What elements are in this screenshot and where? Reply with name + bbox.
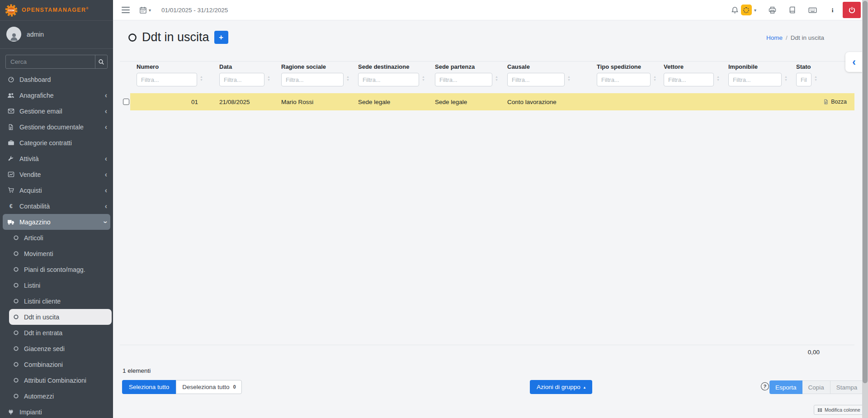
row-checkbox[interactable] <box>123 99 129 105</box>
table-row[interactable]: 01 21/08/2025 Mario Rossi Sede legale Se… <box>120 93 854 110</box>
cart-icon <box>8 187 14 194</box>
sort-up-icon: ▲ <box>422 75 425 78</box>
sidebar-item-gestione-email[interactable]: Gestione email‹ <box>0 103 113 119</box>
group-actions-button[interactable]: Azioni di gruppo▴ <box>530 380 592 394</box>
sort-control[interactable]: ▲▼ <box>814 75 817 81</box>
sidebar-item-magazzino[interactable]: Magazzino‹ <box>3 214 110 230</box>
sidebar-subitem-listini[interactable]: Listini <box>0 277 113 293</box>
add-record-button[interactable]: + <box>214 31 228 44</box>
sidebar-item-acquisti[interactable]: Acquisti‹ <box>0 182 113 198</box>
chevron-left-icon: ‹ <box>105 155 107 162</box>
column-header-vettore[interactable]: Vettore <box>664 63 722 71</box>
sidebar-subitem-ddt-in-uscita[interactable]: Ddt in uscita <box>9 309 112 325</box>
topbar-actions: ▾ <box>731 2 861 18</box>
filter-input-tipo-spedizione[interactable] <box>597 73 651 86</box>
cell-data: 21/08/2025 <box>213 93 275 110</box>
sidebar-subitem-automezzi[interactable]: Automezzi <box>0 388 113 404</box>
sidebar-item-anagrafiche[interactable]: Anagrafiche‹ <box>0 87 113 103</box>
print-table-button[interactable]: Stampa <box>830 380 864 394</box>
logout-button[interactable] <box>843 2 861 18</box>
filter-input-imponibile[interactable] <box>728 73 782 86</box>
notifications-button[interactable] <box>731 6 739 14</box>
column-header-imponibile[interactable]: Imponibile <box>728 63 790 71</box>
sidebar-item-impianti[interactable]: Impianti <box>0 404 113 418</box>
sort-control[interactable]: ▲▼ <box>784 75 788 81</box>
sidebar-subitem-giacenze-sedi[interactable]: Giacenze sedi <box>0 341 113 356</box>
person-icon <box>9 32 19 42</box>
filter-input-data[interactable] <box>219 73 264 86</box>
info-icon <box>829 7 836 14</box>
column-header-numero[interactable]: Numero <box>137 63 213 71</box>
column-header-ragione-sociale[interactable]: Ragione sociale <box>281 63 352 71</box>
filter-input-sede-partenza[interactable] <box>435 73 492 86</box>
sidebar-subitem-combinazioni[interactable]: Combinazioni <box>0 356 113 372</box>
breadcrumb: Home/Ddt in uscita <box>766 34 824 41</box>
filter-input-causale[interactable] <box>507 73 565 86</box>
sidebar: OSM OpenSTAManager® admin Dashboard Anag… <box>0 0 113 418</box>
docs-button[interactable] <box>788 6 796 14</box>
date-range-label[interactable]: 01/01/2025 - 31/12/2025 <box>161 7 228 14</box>
sidebar-item-dashboard[interactable]: Dashboard <box>0 71 113 87</box>
filter-input-stato[interactable] <box>796 73 811 86</box>
side-panel-toggle[interactable]: ‹ <box>845 52 863 72</box>
chevron-left-icon: ‹ <box>105 124 107 131</box>
select-all-button[interactable]: Seleziona tutto <box>122 380 176 394</box>
copy-button[interactable]: Copia <box>802 380 830 394</box>
sort-control[interactable]: ▲▼ <box>495 75 498 81</box>
breadcrumb-home-link[interactable]: Home <box>766 34 783 41</box>
widget-dropdown[interactable] <box>741 5 752 15</box>
sort-up-icon: ▲ <box>200 75 203 78</box>
column-header-sede-destinazione[interactable]: Sede destinazione <box>358 63 429 71</box>
circle-icon <box>13 330 19 336</box>
edit-columns-button[interactable]: Modifica colonne <box>814 405 864 415</box>
breadcrumb-current: Ddt in uscita <box>791 34 824 41</box>
user-panel[interactable]: admin <box>0 21 113 49</box>
sort-control[interactable]: ▲▼ <box>422 75 425 81</box>
sort-control[interactable]: ▲▼ <box>346 75 349 81</box>
sidebar-subitem-piani-di-sconto[interactable]: Piani di sconto/magg. <box>0 261 113 277</box>
calendar-dropdown[interactable]: ▾ <box>139 6 151 14</box>
deselect-all-button[interactable]: Deseleziona tutto0 <box>176 380 242 394</box>
briefcase-icon <box>8 139 14 146</box>
sidebar-subitem-listini-cliente[interactable]: Listini cliente <box>0 293 113 309</box>
hamburger-menu-icon[interactable] <box>122 7 130 13</box>
sort-control[interactable]: ▲▼ <box>653 75 656 81</box>
export-button[interactable]: Esporta <box>769 380 802 394</box>
sidebar-subitem-movimenti[interactable]: Movimenti <box>0 246 113 261</box>
sidebar-subitem-attributi-combinazioni[interactable]: Attributi Combinazioni <box>0 372 113 388</box>
filter-input-ragione-sociale[interactable] <box>281 73 344 86</box>
sidebar-subitem-articoli[interactable]: Articoli <box>0 230 113 246</box>
search-input[interactable] <box>6 55 95 68</box>
print-button[interactable] <box>769 6 776 14</box>
sidebar-subitem-ddt-in-entrata[interactable]: Ddt in entrata <box>0 325 113 341</box>
circle-icon <box>13 346 19 352</box>
column-header-tipo-spedizione[interactable]: Tipo spedizione <box>597 63 657 71</box>
sort-control[interactable]: ▲▼ <box>200 75 203 81</box>
sort-control[interactable]: ▲▼ <box>567 75 571 81</box>
filter-input-vettore[interactable] <box>664 73 714 86</box>
sidebar-item-gestione-documentale[interactable]: Gestione documentale‹ <box>0 119 113 135</box>
shortcuts-button[interactable] <box>808 6 817 14</box>
sidebar-item-vendite[interactable]: Vendite‹ <box>0 166 113 182</box>
sidebar-item-contabilita[interactable]: Contabilità‹ <box>0 198 113 214</box>
sort-control[interactable]: ▲▼ <box>267 75 270 81</box>
sidebar-item-attivita[interactable]: Attività‹ <box>0 151 113 166</box>
caret-down-icon: ▾ <box>754 8 756 13</box>
keyboard-icon <box>808 6 817 14</box>
info-button[interactable] <box>829 7 836 14</box>
column-header-causale[interactable]: Causale <box>507 63 590 71</box>
cell-imponibile <box>722 93 790 110</box>
filter-input-sede-destinazione[interactable] <box>358 73 419 86</box>
filter-input-numero[interactable] <box>137 73 197 86</box>
search-button[interactable] <box>95 55 107 68</box>
gauge-icon <box>8 76 14 83</box>
column-header-sede-partenza[interactable]: Sede partenza <box>435 63 501 71</box>
help-icon[interactable]: ? <box>760 382 769 391</box>
circle-icon <box>13 314 19 320</box>
column-header-data[interactable]: Data <box>219 63 275 71</box>
sort-control[interactable]: ▲▼ <box>717 75 720 81</box>
sidebar-item-categorie-contratti[interactable]: Categorie contratti <box>0 135 113 151</box>
circle-icon <box>13 361 19 367</box>
app-logo[interactable]: OSM OpenSTAManager® <box>0 0 113 21</box>
scrollbar-thumb[interactable] <box>863 1 868 383</box>
